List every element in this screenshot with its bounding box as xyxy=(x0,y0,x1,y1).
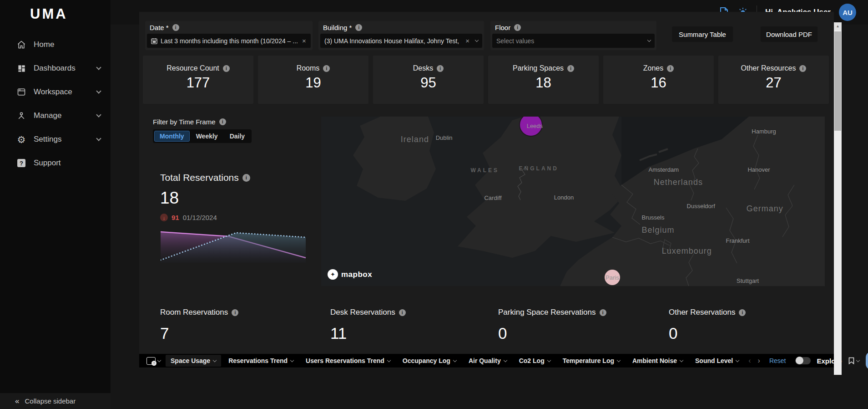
tabs-scroll-left-button[interactable]: ‹ xyxy=(746,357,753,365)
map-label: ENGLAND xyxy=(519,165,559,172)
sidebar-item-dashboards[interactable]: Dashboards xyxy=(0,56,111,80)
tab-air-quality[interactable]: Air Quality xyxy=(464,355,512,367)
sidebar-item-home[interactable]: Home xyxy=(0,33,111,56)
mapbox-wordmark: mapbox xyxy=(341,270,372,279)
chevron-down-icon xyxy=(503,358,507,362)
delta-date: 01/12/2024 xyxy=(183,214,217,221)
sidebar-nav: Home Dashboards Workspace Man xyxy=(0,33,111,175)
sidebar: UMA Home Dashboards Workspace xyxy=(0,0,111,409)
app-root: UMA Home Dashboards Workspace xyxy=(0,0,868,409)
clear-icon[interactable]: × xyxy=(302,37,306,45)
chevron-down-icon xyxy=(96,112,101,117)
collapse-sidebar-button[interactable]: « Collapse sidebar xyxy=(0,393,111,409)
main-area: Hi, Analytics User AU Date * i Last 3 mo… xyxy=(111,0,868,409)
info-icon[interactable]: i xyxy=(799,65,806,72)
total-reservations-delta: ↓ 91 01/12/2024 xyxy=(160,214,217,221)
load-dashboard-button[interactable]: ↑ xyxy=(144,357,163,365)
sidebar-item-support[interactable]: ? Support xyxy=(0,151,111,175)
map-label: Ireland xyxy=(401,134,429,144)
delta-value: 91 xyxy=(172,214,179,221)
info-icon[interactable]: i xyxy=(567,65,574,72)
tab-users-reservations-trend[interactable]: Users Reservations Trend xyxy=(301,355,395,367)
time-frame-option-daily[interactable]: Daily xyxy=(224,131,250,142)
stat-card-desks: Desksi 95 xyxy=(373,56,484,104)
tabs-scroll-right-button[interactable]: › xyxy=(756,357,762,365)
time-frame-option-weekly[interactable]: Weekly xyxy=(191,131,223,142)
tab-co2-log[interactable]: Co2 Log xyxy=(514,355,555,367)
dashboard-panel: Date * i Last 3 months including this mo… xyxy=(139,12,834,368)
info-icon[interactable]: i xyxy=(437,65,444,72)
info-icon[interactable]: i xyxy=(514,24,521,31)
stat-value: 0 xyxy=(669,324,746,343)
arrow-down-icon: ↓ xyxy=(160,214,168,221)
map-label: Hamburg xyxy=(752,128,776,134)
info-icon[interactable]: i xyxy=(600,309,606,316)
stat-value: 7 xyxy=(160,324,238,343)
floor-filter-label-text: Floor xyxy=(495,24,510,31)
stat-card-title: Desks xyxy=(413,64,433,72)
stat-card-title: Zones xyxy=(643,64,663,72)
mapbox-logo[interactable]: ✦ mapbox xyxy=(328,269,372,280)
settings-gear-icon: ⚙ xyxy=(16,134,27,145)
building-filter-label: Building * i xyxy=(318,21,484,34)
building-filter-field[interactable]: (3) UMA Innovations House Halifax, Johny… xyxy=(320,34,482,48)
explore-toggle[interactable] xyxy=(795,357,811,364)
reset-button[interactable]: Reset xyxy=(765,357,791,364)
info-icon[interactable]: i xyxy=(223,65,230,72)
stat-card-value: 19 xyxy=(305,75,321,91)
info-icon[interactable]: i xyxy=(172,24,179,31)
stat-card-title: Rooms xyxy=(297,64,320,72)
parking-space-reservations-stat: Parking Space Reservationsi 0 xyxy=(498,308,606,343)
sidebar-item-label: Dashboards xyxy=(34,64,76,73)
summary-table-button[interactable]: Summary Table xyxy=(672,26,733,42)
avatar[interactable]: AU xyxy=(839,4,856,21)
sidebar-item-workspace[interactable]: Workspace xyxy=(0,80,111,104)
time-frame-option-monthly[interactable]: Monthly xyxy=(154,131,190,142)
scrollbar-thumb[interactable] xyxy=(834,31,841,131)
time-frame-label: Filter by Time Frame i xyxy=(153,118,226,126)
map-label: Paris xyxy=(606,274,619,281)
stat-card-value: 95 xyxy=(420,75,436,91)
vertical-scrollbar[interactable]: ▲ xyxy=(834,22,842,375)
chevron-down-icon xyxy=(547,358,550,362)
chevron-down-icon xyxy=(680,358,683,362)
tab-label: Occupancy Log xyxy=(403,357,450,364)
stat-title: Parking Space Reservations xyxy=(498,308,596,317)
tab-occupancy-log[interactable]: Occupancy Log xyxy=(398,355,461,367)
info-icon[interactable]: i xyxy=(399,309,406,316)
total-reservations-sparkline-chart xyxy=(161,227,306,263)
tab-label: Space Usage xyxy=(171,357,210,364)
tab-space-usage[interactable]: Space Usage xyxy=(166,355,221,367)
info-icon[interactable]: i xyxy=(242,174,250,182)
map[interactable]: Ireland Dublin WALES ENGLAND Cardiff Lon… xyxy=(321,117,825,286)
info-icon[interactable]: i xyxy=(323,65,330,72)
download-pdf-button[interactable]: Download PDF xyxy=(761,26,818,42)
save-as-button[interactable]: Save as xyxy=(866,352,868,370)
scroll-up-button[interactable]: ▲ xyxy=(834,22,842,30)
chevron-down-icon xyxy=(157,358,161,362)
tab-sound-level[interactable]: Sound Level xyxy=(690,355,744,367)
bookmark-button[interactable] xyxy=(844,357,863,364)
tab-reservations-trend[interactable]: Reservations Trend xyxy=(223,355,298,367)
info-icon[interactable]: i xyxy=(355,24,362,31)
floor-filter-field[interactable]: Select values xyxy=(492,34,655,48)
info-icon[interactable]: i xyxy=(219,118,226,125)
tab-temperature-log[interactable]: Temperature Log xyxy=(558,355,625,367)
map-label: Leeds xyxy=(527,123,543,129)
floor-filter: Floor i Select values xyxy=(490,21,656,50)
sidebar-item-manage[interactable]: Manage xyxy=(0,104,111,128)
sidebar-item-label: Manage xyxy=(34,111,61,120)
map-label: Netherlands xyxy=(654,177,703,187)
date-filter-field[interactable]: Last 3 months including this month (10/2… xyxy=(147,34,311,48)
building-filter-label-text: Building * xyxy=(323,24,352,31)
tab-ambient-noise[interactable]: Ambient Noise xyxy=(627,355,688,367)
date-filter-value: Last 3 months including this month (10/2… xyxy=(161,37,298,45)
info-icon[interactable]: i xyxy=(667,65,674,72)
info-icon[interactable]: i xyxy=(739,309,746,316)
sidebar-item-settings[interactable]: ⚙ Settings xyxy=(0,128,111,151)
clear-icon[interactable]: × xyxy=(465,37,469,45)
info-icon[interactable]: i xyxy=(232,309,238,316)
map-label: Brussels xyxy=(642,214,665,220)
map-label: Belgium xyxy=(642,225,675,235)
building-filter-value: (3) UMA Innovations House Halifax, Johny… xyxy=(324,37,461,45)
